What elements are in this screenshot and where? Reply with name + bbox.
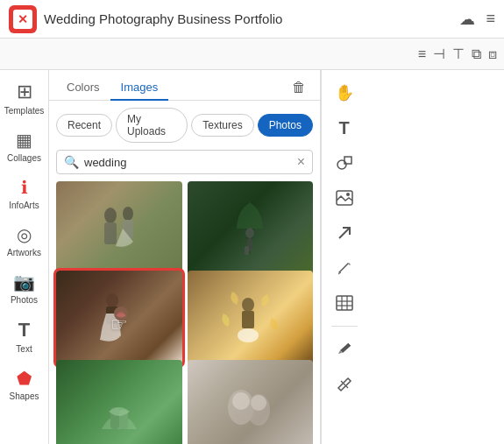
document-title[interactable]: Wedding Photography Business Portfolio	[44, 11, 452, 26]
toolbar-divider	[331, 326, 358, 327]
sidebar-item-infoarts[interactable]: ℹ InfoArts	[0, 170, 48, 217]
svg-point-22	[346, 193, 350, 196]
duplicate-icon[interactable]: ⧉	[472, 46, 481, 62]
left-sidebar: ⊞ Templates ▦ Collages ℹ InfoArts ◎ Artw…	[0, 70, 49, 444]
subtab-recent[interactable]: Recent	[56, 114, 112, 137]
subtab-textures[interactable]: Textures	[191, 114, 253, 137]
subtab-myuploads[interactable]: My Uploads	[116, 108, 188, 143]
svg-rect-11	[242, 311, 254, 328]
artworks-icon: ◎	[17, 224, 32, 245]
align-top-icon[interactable]: ⊤	[452, 46, 465, 62]
shapes-icon: ⬟	[17, 368, 32, 389]
image-thumbnail-2	[56, 271, 182, 365]
panel: Colors Images 🗑 Recent My Uploads Textur…	[49, 70, 321, 444]
image-item-4[interactable]	[56, 360, 182, 444]
svg-line-31	[341, 381, 343, 383]
grid-icon[interactable]: ⧈	[488, 46, 497, 62]
sidebar-item-artworks[interactable]: ◎ Artworks	[0, 217, 48, 264]
svg-line-33	[346, 386, 348, 388]
second-toolbar: ≡ ⊣ ⊤ ⧉ ⧈	[0, 39, 504, 70]
hand-tool-button[interactable]: ✋	[329, 77, 360, 109]
svg-point-10	[242, 298, 254, 312]
svg-line-32	[344, 384, 345, 385]
app-logo: ✕	[9, 5, 37, 33]
top-bar-actions: ☁ ≡	[459, 10, 495, 29]
svg-point-18	[251, 395, 266, 411]
sidebar-item-templates[interactable]: ⊞ Templates	[0, 74, 48, 123]
right-toolbar: ✋ T	[321, 70, 366, 444]
panel-tabs: Colors Images 🗑	[49, 70, 320, 101]
sidebar-item-shapes[interactable]: ⬟ Shapes	[0, 361, 48, 408]
top-bar: ✕ Wedding Photography Business Portfolio…	[0, 0, 504, 39]
svg-rect-6	[245, 246, 249, 255]
svg-point-0	[104, 208, 117, 223]
tab-colors[interactable]: Colors	[56, 75, 110, 101]
image-thumbnail-3	[188, 271, 314, 365]
ruler-tool-button[interactable]	[329, 369, 360, 400]
collages-icon: ▦	[16, 130, 32, 151]
templates-icon: ⊞	[17, 81, 32, 103]
image-thumbnail-1	[188, 181, 314, 276]
search-bar: 🔍 ×	[56, 150, 313, 174]
sidebar-item-collages[interactable]: ▦ Collages	[0, 123, 48, 170]
sidebar-item-photos[interactable]: 📷 Photos	[0, 264, 48, 312]
svg-point-17	[232, 392, 250, 410]
svg-rect-1	[104, 222, 117, 244]
align-icon[interactable]: ≡	[418, 46, 426, 62]
text-tool-button[interactable]: T	[329, 112, 360, 144]
svg-line-23	[339, 228, 350, 238]
logo-icon: ✕	[18, 12, 28, 26]
image-thumbnail-0	[56, 181, 182, 276]
text-icon: T	[18, 319, 30, 342]
svg-point-12	[238, 328, 259, 342]
table-tool-button[interactable]	[329, 287, 360, 319]
pen-tool-button[interactable]	[329, 252, 360, 284]
search-icon: 🔍	[64, 155, 79, 169]
search-clear-button[interactable]: ×	[297, 154, 305, 170]
image-tool-button[interactable]	[329, 182, 360, 214]
svg-rect-25	[337, 296, 352, 310]
arrow-tool-button[interactable]	[329, 217, 360, 249]
image-item-5[interactable]	[188, 360, 314, 444]
prev-icon[interactable]: ⊣	[433, 46, 445, 62]
svg-point-4	[245, 228, 254, 238]
photos-icon: 📷	[13, 271, 35, 292]
main-content: ⊞ Templates ▦ Collages ℹ InfoArts ◎ Artw…	[0, 70, 504, 444]
cloud-icon[interactable]: ☁	[459, 10, 475, 29]
image-thumbnail-4	[56, 360, 182, 444]
image-thumbnail-5	[188, 360, 314, 444]
brush-tool-button[interactable]	[329, 334, 360, 365]
infoarts-icon: ℹ	[21, 177, 28, 198]
svg-point-2	[123, 207, 133, 221]
image-item-2[interactable]: ☞	[56, 271, 182, 365]
sidebar-item-text[interactable]: T Text	[0, 312, 48, 361]
search-input[interactable]	[84, 156, 292, 169]
sub-tabs: Recent My Uploads Textures Photos	[49, 101, 320, 150]
menu-icon[interactable]: ≡	[486, 10, 495, 28]
subtab-photos[interactable]: Photos	[258, 114, 313, 137]
image-grid: ☞	[49, 181, 320, 444]
trash-button[interactable]: 🗑	[285, 76, 313, 99]
tab-images[interactable]: Images	[110, 75, 169, 101]
shapes-tool-button[interactable]	[329, 147, 360, 179]
image-item-0[interactable]	[56, 181, 182, 276]
image-item-1[interactable]	[188, 181, 314, 276]
image-item-3[interactable]	[188, 271, 314, 365]
svg-point-7	[106, 293, 118, 307]
